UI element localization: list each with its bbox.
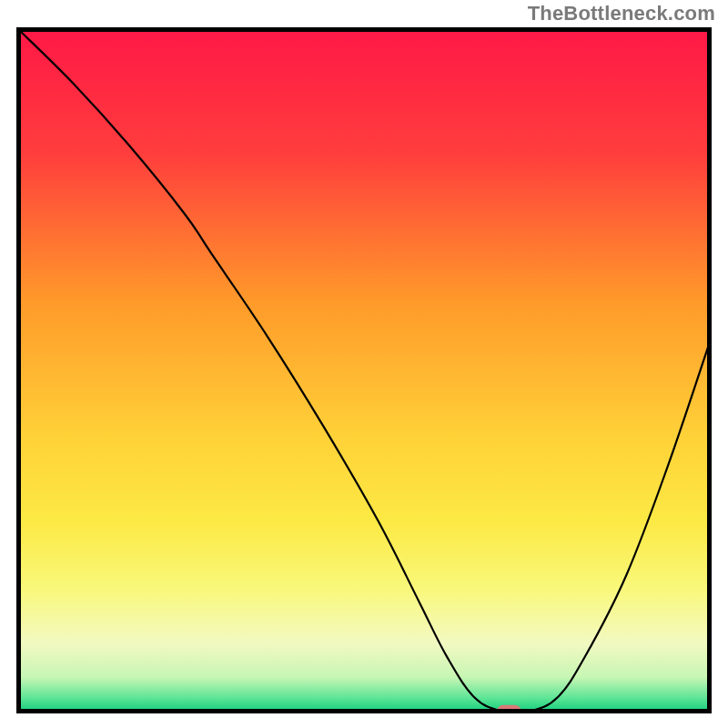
chart-plot-area xyxy=(16,27,712,713)
chart-background xyxy=(19,30,710,712)
watermark-text: TheBottleneck.com xyxy=(528,2,715,25)
chart-svg xyxy=(16,27,712,713)
chart-frame: TheBottleneck.com xyxy=(0,0,728,728)
